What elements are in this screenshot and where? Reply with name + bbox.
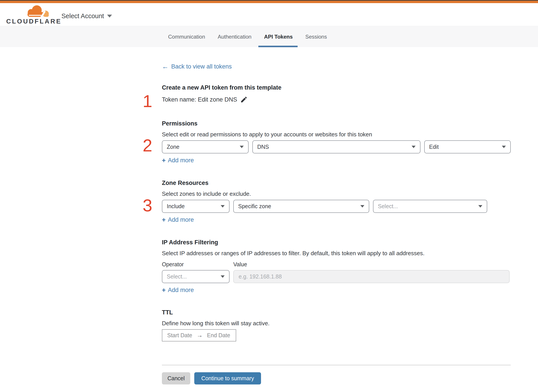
cancel-button[interactable]: Cancel xyxy=(162,372,190,384)
dropdown-arrow-icon xyxy=(360,205,364,208)
zone-type-value: Specific zone xyxy=(238,203,271,210)
cloudflare-logo-text: CLOUDFLARE xyxy=(6,18,53,25)
permission-resource-select[interactable]: DNS xyxy=(252,140,421,154)
tab-communication[interactable]: Communication xyxy=(168,26,205,47)
back-link-label: Back to view all tokens xyxy=(171,63,232,70)
zone-type-select[interactable]: Specific zone xyxy=(233,200,369,213)
zone-resources-section: 3 Zone Resources Select zones to include… xyxy=(162,179,511,224)
continue-to-summary-button[interactable]: Continue to summary xyxy=(194,372,261,384)
dropdown-arrow-icon xyxy=(221,205,225,208)
zone-picker-select[interactable]: Select... xyxy=(373,200,487,213)
zone-mode-value: Include xyxy=(167,203,185,210)
permissions-add-more-link[interactable]: + Add more xyxy=(162,157,194,164)
main-content: ← Back to view all tokens 1 Create a new… xyxy=(162,47,511,384)
permissions-description: Select edit or read permissions to apply… xyxy=(162,131,511,138)
account-selector[interactable]: Select Account xyxy=(61,11,112,21)
cloudflare-cloud-icon xyxy=(26,5,50,17)
permissions-title: Permissions xyxy=(162,120,511,127)
tabs: Communication Authentication API Tokens … xyxy=(168,26,327,47)
permission-access-value: Edit xyxy=(429,144,439,150)
ttl-description: Define how long this token will stay act… xyxy=(162,319,511,327)
tab-sessions[interactable]: Sessions xyxy=(305,26,327,47)
value-label: Value xyxy=(233,261,247,268)
ttl-title: TTL xyxy=(162,308,511,316)
plus-icon: + xyxy=(162,286,166,294)
dropdown-arrow-icon xyxy=(240,146,244,148)
add-more-label: Add more xyxy=(168,286,194,294)
token-section-title: Create a new API token from this templat… xyxy=(162,84,511,92)
zone-picker-placeholder: Select... xyxy=(378,203,398,210)
dropdown-arrow-icon xyxy=(478,205,482,208)
permission-scope-value: Zone xyxy=(167,144,179,150)
ip-filtering-add-more-link[interactable]: + Add more xyxy=(162,286,194,294)
tab-bar: Communication Authentication API Tokens … xyxy=(0,26,538,47)
zone-mode-select[interactable]: Include xyxy=(162,200,229,213)
ttl-section: TTL Define how long this token will stay… xyxy=(162,308,511,341)
dropdown-arrow-icon xyxy=(221,275,225,278)
tab-api-tokens[interactable]: API Tokens xyxy=(264,26,293,47)
token-name-text: Token name: Edit zone DNS xyxy=(162,96,237,103)
end-date-placeholder: End Date xyxy=(207,332,230,339)
zone-resources-title: Zone Resources xyxy=(162,179,511,187)
cloudflare-logo: CLOUDFLARE xyxy=(6,5,53,25)
ip-filtering-title: IP Address Filtering xyxy=(162,238,511,246)
ip-value-input[interactable] xyxy=(233,270,510,283)
step-number-1: 1 xyxy=(139,93,156,110)
zone-resources-description: Select zones to include or exclude. xyxy=(162,190,511,198)
back-arrow-icon: ← xyxy=(162,63,168,70)
permission-resource-value: DNS xyxy=(257,144,269,150)
footer-buttons: Cancel Continue to summary xyxy=(162,372,511,384)
account-selector-label: Select Account xyxy=(61,12,104,20)
plus-icon: + xyxy=(162,216,166,224)
ip-operator-select[interactable]: Select... xyxy=(162,270,229,283)
permission-scope-select[interactable]: Zone xyxy=(162,140,249,154)
tab-authentication[interactable]: Authentication xyxy=(218,26,252,47)
top-orange-bar xyxy=(0,1,538,3)
permissions-section: 2 Permissions Select edit or read permis… xyxy=(162,120,511,164)
footer-divider xyxy=(162,365,511,365)
right-arrow-icon: → xyxy=(197,332,203,339)
plus-icon: + xyxy=(162,157,166,164)
ttl-date-range-picker[interactable]: Start Date → End Date xyxy=(162,329,236,341)
permission-access-select[interactable]: Edit xyxy=(424,140,511,154)
token-name-section: 1 Create a new API token from this templ… xyxy=(162,84,511,103)
dropdown-arrow-icon xyxy=(412,146,416,148)
edit-pencil-icon[interactable] xyxy=(240,96,248,103)
chevron-down-icon xyxy=(107,15,112,18)
ip-filtering-description: Select IP addresses or ranges of IP addr… xyxy=(162,249,511,257)
dropdown-arrow-icon xyxy=(502,146,506,148)
add-more-label: Add more xyxy=(168,216,194,224)
add-more-label: Add more xyxy=(168,157,194,164)
ip-operator-placeholder: Select... xyxy=(167,273,187,280)
start-date-placeholder: Start Date xyxy=(167,332,192,339)
zone-resources-add-more-link[interactable]: + Add more xyxy=(162,216,194,224)
header: CLOUDFLARE Select Account xyxy=(0,3,538,26)
back-to-tokens-link[interactable]: ← Back to view all tokens xyxy=(162,63,232,70)
step-number-2: 2 xyxy=(139,137,156,154)
ip-filtering-section: IP Address Filtering Select IP addresses… xyxy=(162,238,511,294)
operator-label: Operator xyxy=(162,261,233,268)
step-number-3: 3 xyxy=(139,197,156,214)
